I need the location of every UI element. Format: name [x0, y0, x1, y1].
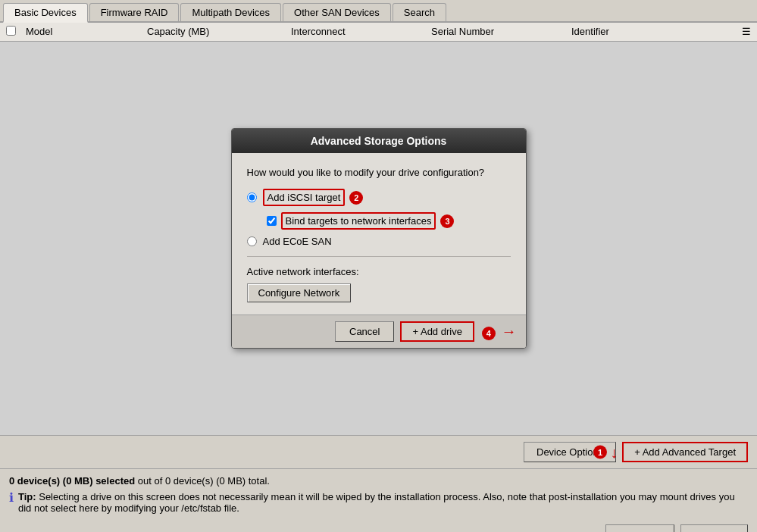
- next-button[interactable]: Next ▶: [680, 524, 748, 532]
- tab-multipath-devices[interactable]: Multipath Devices: [180, 3, 281, 21]
- modal-overlay: Advanced Storage Options How would you l…: [0, 42, 757, 435]
- status-selected-bold: 0 device(s) (0 MB) selected: [9, 475, 138, 487]
- bind-targets-option[interactable]: Bind targets to network interfaces 3: [267, 212, 511, 230]
- status-bar: 0 device(s) (0 MB) selected out of 0 dev…: [0, 469, 757, 517]
- ecoe-radio[interactable]: [247, 236, 257, 246]
- bind-targets-checkbox[interactable]: [267, 216, 277, 226]
- tab-bar: Basic Devices Firmware RAID Multipath De…: [0, 0, 757, 23]
- col-check: [0, 26, 21, 38]
- bottom-toolbar: Device Options 1 ↓ + Add Advanced Target: [0, 436, 757, 469]
- status-text: 0 device(s) (0 MB) selected out of 0 dev…: [9, 475, 748, 487]
- select-all-checkbox[interactable]: [6, 26, 16, 36]
- advanced-storage-dialog: Advanced Storage Options How would you l…: [231, 128, 527, 349]
- iscsi-radio[interactable]: [247, 192, 257, 202]
- add-advanced-target-button[interactable]: + Add Advanced Target: [622, 442, 748, 462]
- nav-bar: ◀ Back Next ▶: [0, 517, 757, 532]
- tab-search[interactable]: Search: [393, 3, 446, 21]
- ecoe-option[interactable]: Add ECoE SAN: [247, 236, 511, 247]
- tab-firmware-raid[interactable]: Firmware RAID: [89, 3, 180, 21]
- col-icon: ☰: [736, 26, 757, 38]
- dialog-title-bar: Advanced Storage Options: [232, 129, 526, 153]
- add-drive-button[interactable]: + Add drive: [400, 321, 474, 342]
- bind-targets-label: Bind targets to network interfaces: [281, 212, 436, 230]
- dialog-body: How would you like to modify your drive …: [232, 153, 526, 315]
- iscsi-label: Add iSCSI target: [263, 189, 346, 206]
- tip-icon: ℹ: [9, 490, 14, 505]
- configure-network-button[interactable]: Configure Network: [247, 283, 352, 302]
- tab-basic-devices[interactable]: Basic Devices: [3, 3, 88, 23]
- active-network-label: Active network interfaces:: [247, 266, 511, 277]
- dialog-divider: [247, 256, 511, 257]
- iscsi-option[interactable]: Add iSCSI target 2: [247, 189, 511, 206]
- annotation-2-circle: 2: [349, 191, 363, 205]
- col-interconnect-header: Interconnect: [286, 26, 427, 38]
- ecoe-label: Add ECoE SAN: [263, 236, 332, 247]
- dialog-question: How would you like to modify your drive …: [247, 167, 511, 178]
- cancel-button[interactable]: Cancel: [335, 321, 394, 342]
- annotation-4-circle: 4 →: [482, 323, 517, 340]
- col-capacity-header: Capacity (MB): [142, 26, 286, 38]
- dialog-footer: Cancel + Add drive 4 →: [232, 315, 526, 348]
- tip-label: Tip:: [18, 491, 36, 502]
- main-content: Advanced Storage Options How would you l…: [0, 42, 757, 436]
- col-model-header: Model: [21, 26, 142, 38]
- col-identifier-header: Identifier: [567, 26, 736, 38]
- annotation-1-group: 1 ↓: [593, 443, 618, 461]
- col-serial-header: Serial Number: [427, 26, 567, 38]
- tip-content: Tip: Selecting a drive on this screen do…: [18, 491, 748, 514]
- annotation-3-circle: 3: [440, 214, 454, 228]
- table-header: Model Capacity (MB) Interconnect Serial …: [0, 23, 757, 42]
- tip-text: ℹ Tip: Selecting a drive on this screen …: [9, 491, 748, 514]
- back-button[interactable]: ◀ Back: [605, 524, 674, 532]
- tab-other-san-devices[interactable]: Other SAN Devices: [283, 3, 391, 21]
